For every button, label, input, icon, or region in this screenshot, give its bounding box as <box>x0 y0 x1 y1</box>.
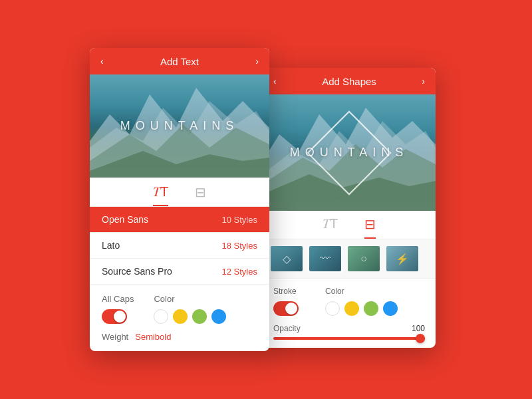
shape-thumb-bg-2: 〰 <box>309 246 341 271</box>
weight-row: Weight Semibold <box>102 332 257 342</box>
right-card: ‹ Add Shapes › MOUNTAINS 𝑇T ⊟ <box>263 68 436 348</box>
shapes-row: ◇ 〰 ○ ⚡ <box>263 239 436 279</box>
shape-thumb-2[interactable]: 〰 <box>308 245 342 273</box>
color-white-left[interactable] <box>154 309 168 324</box>
opacity-section: Opacity 100 <box>263 324 436 348</box>
opacity-slider-track[interactable] <box>273 337 425 340</box>
font-name-sourcesans: Source Sans Pro <box>102 266 172 277</box>
font-styles-lato: 18 Styles <box>222 241 257 251</box>
left-card-header: ‹ Add Text › <box>90 48 269 74</box>
back-chevron-right[interactable]: ‹ <box>273 76 277 86</box>
stroke-toggle[interactable] <box>273 301 299 316</box>
shape-thumb-bg-1: ◇ <box>271 246 303 271</box>
shape-lines-icon: 〰 <box>320 253 331 265</box>
toggle-knob <box>114 311 126 323</box>
allcaps-group: All Caps <box>102 294 134 324</box>
forward-chevron-right[interactable]: › <box>422 76 425 86</box>
color-blue-right[interactable] <box>383 301 398 316</box>
allcaps-toggle-wrapper <box>102 309 134 324</box>
allcaps-color-row: All Caps Color <box>102 294 257 324</box>
font-list: Open Sans 10 Styles Lato 18 Styles Sourc… <box>90 207 269 285</box>
stroke-toggle-knob <box>285 303 297 315</box>
color-blue-left[interactable] <box>211 309 226 324</box>
right-card-title: Add Shapes <box>322 76 376 87</box>
font-tab-icon-left: 𝑇T <box>153 184 168 200</box>
opacity-label-row: Opacity 100 <box>273 324 425 333</box>
font-item-sourcesans[interactable]: Source Sans Pro 12 Styles <box>90 259 269 285</box>
shape-diamond-icon: ◇ <box>283 253 291 265</box>
left-card: ‹ Add Text › MOUNTAINS 𝑇T ⊟ <box>90 48 269 351</box>
right-card-image: MOUNTAINS <box>263 94 436 211</box>
stroke-label: Stroke <box>273 287 299 296</box>
stroke-row: Stroke Color <box>263 279 436 324</box>
right-card-header: ‹ Add Shapes › <box>263 68 436 94</box>
color-yellow-right[interactable] <box>344 301 359 316</box>
left-card-image: MOUNTAINS <box>90 74 269 178</box>
tab-layout-right[interactable]: ⊟ <box>364 216 376 239</box>
back-chevron-left[interactable]: ‹ <box>100 56 104 66</box>
weight-value: Semibold <box>135 332 171 342</box>
shape-thumb-3[interactable]: ○ <box>346 245 381 273</box>
layout-tab-icon-right: ⊟ <box>364 216 376 232</box>
color-circles-right <box>325 301 398 316</box>
layout-tab-icon-left: ⊟ <box>195 184 206 200</box>
shape-circle-icon: ○ <box>360 253 367 265</box>
font-name-opensans: Open Sans <box>102 214 148 225</box>
allcaps-toggle[interactable] <box>102 309 127 324</box>
color-yellow-left[interactable] <box>173 309 188 324</box>
font-item-lato[interactable]: Lato 18 Styles <box>90 233 269 259</box>
shape-thumb-1[interactable]: ◇ <box>269 245 304 273</box>
color-white-right[interactable] <box>325 301 340 316</box>
tab-font-left[interactable]: 𝑇T <box>153 184 168 206</box>
left-card-title: Add Text <box>160 56 199 67</box>
mountains-text-right: MOUNTAINS <box>290 146 409 160</box>
forward-chevron-left[interactable]: › <box>255 56 259 66</box>
font-tab-icon-right: 𝑇T <box>323 216 338 231</box>
shape-lightning-icon: ⚡ <box>396 253 409 265</box>
font-name-lato: Lato <box>102 240 120 251</box>
opacity-label: Opacity <box>273 324 301 333</box>
weight-label: Weight <box>102 332 128 342</box>
left-tabs-row: 𝑇T ⊟ <box>90 178 269 207</box>
opacity-slider-thumb[interactable] <box>416 334 425 343</box>
tab-layout-left[interactable]: ⊟ <box>195 184 206 206</box>
right-tabs-row: 𝑇T ⊟ <box>263 211 436 239</box>
color-label-right: Color <box>325 287 398 296</box>
allcaps-label: All Caps <box>102 294 134 304</box>
shape-thumb-4[interactable]: ⚡ <box>385 245 420 273</box>
color-control-right: Color <box>325 287 398 316</box>
color-lime-right[interactable] <box>364 301 378 316</box>
color-lime-left[interactable] <box>192 309 207 324</box>
color-group-left: Color <box>154 294 226 324</box>
stroke-control: Stroke <box>273 287 299 316</box>
opacity-slider-fill <box>273 337 425 340</box>
tab-font-right[interactable]: 𝑇T <box>323 216 338 239</box>
color-circles-left <box>154 309 226 324</box>
font-styles-sourcesans: 12 Styles <box>222 267 257 277</box>
opacity-value: 100 <box>412 324 425 333</box>
shape-thumb-bg-3: ○ <box>348 246 380 271</box>
controls-section-left: All Caps Color <box>90 285 269 351</box>
color-label-left: Color <box>154 294 226 304</box>
shape-thumb-bg-4: ⚡ <box>386 246 418 271</box>
font-styles-opensans: 10 Styles <box>222 215 257 225</box>
mountains-text-left: MOUNTAINS <box>120 119 239 133</box>
font-item-opensans[interactable]: Open Sans 10 Styles <box>90 207 269 233</box>
